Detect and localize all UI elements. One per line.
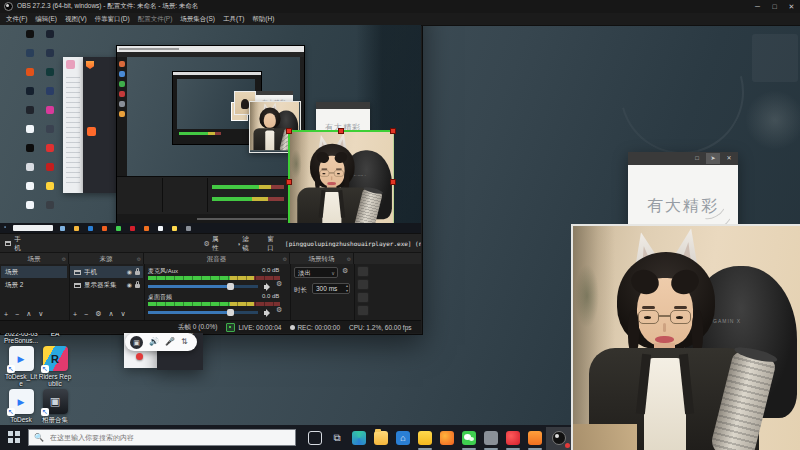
- cursor-tool-icon[interactable]: ➤: [706, 153, 720, 164]
- move-source-down-button[interactable]: [121, 310, 126, 318]
- add-source-button[interactable]: [73, 311, 77, 318]
- menu-tools[interactable]: 工具(T): [223, 15, 244, 24]
- desktop-icon-todesk-lite[interactable]: ToDesk_Lite: [4, 346, 38, 387]
- taskbar-icon-task-view[interactable]: [328, 429, 346, 447]
- slider-knob[interactable]: [227, 309, 234, 316]
- menu-docks[interactable]: 停靠窗口(D): [95, 15, 130, 24]
- overlay-panel-titlebar[interactable]: □ ➤ ✕: [628, 152, 738, 165]
- scene-item[interactable]: 场景 2: [1, 279, 67, 291]
- mini-icon: [46, 49, 54, 57]
- move-scene-down-button[interactable]: [38, 310, 43, 318]
- selected-webcam-source[interactable]: GAMIN X: [288, 130, 394, 233]
- slider-knob[interactable]: [227, 283, 234, 290]
- close-icon[interactable]: ✕: [722, 153, 736, 164]
- add-scene-button[interactable]: [4, 311, 8, 318]
- lock-icon[interactable]: [135, 271, 140, 275]
- maximize-button[interactable]: [766, 0, 783, 13]
- filters-button[interactable]: 滤镜: [237, 235, 254, 253]
- selection-handle[interactable]: [390, 128, 396, 134]
- start-button[interactable]: [8, 431, 20, 443]
- menu-scene-collection[interactable]: 场景集合(S): [180, 15, 215, 24]
- eye-right: [337, 173, 340, 174]
- move-source-up-button[interactable]: [108, 310, 113, 318]
- selection-handle[interactable]: [338, 128, 344, 134]
- duration-input[interactable]: 300 ms: [312, 283, 350, 294]
- mini-icon: [46, 201, 54, 209]
- selection-handle[interactable]: [286, 128, 292, 134]
- chair-logo-text: GAMIN X: [713, 318, 741, 324]
- channel-gear-icon[interactable]: ⚙: [276, 280, 282, 288]
- taskbar-icon-edge[interactable]: [350, 429, 368, 447]
- sliders-icon[interactable]: ⇅: [181, 333, 188, 351]
- webcam-window[interactable]: GAMIN X: [571, 224, 800, 450]
- taskbar-icon-biped[interactable]: [416, 429, 434, 447]
- control-button[interactable]: [357, 292, 369, 303]
- eyebrow-left: [642, 306, 655, 309]
- speaker-icon[interactable]: [264, 309, 272, 317]
- control-button[interactable]: [357, 279, 369, 290]
- obs-preview-canvas[interactable]: 有大精彩 有大精彩: [0, 25, 421, 233]
- taskbar-icon-wechat[interactable]: [460, 429, 478, 447]
- taskbar-icon-obs-active[interactable]: [546, 427, 572, 450]
- remove-scene-button[interactable]: [15, 311, 19, 318]
- volume-slider[interactable]: [148, 309, 258, 316]
- visibility-eye-icon[interactable]: [127, 279, 132, 291]
- mini-icon: [119, 111, 125, 117]
- dock-divider: [290, 264, 291, 320]
- biped-icon: [418, 431, 432, 445]
- control-button[interactable]: [357, 266, 369, 277]
- search-input[interactable]: [48, 433, 272, 442]
- red-app-icon: [506, 431, 520, 445]
- lock-icon[interactable]: [135, 284, 140, 288]
- transition-gear-icon[interactable]: ⚙: [342, 267, 348, 275]
- visibility-eye-icon[interactable]: [127, 266, 132, 278]
- menu-view[interactable]: 视图(V): [65, 15, 87, 24]
- taskbar-icon-firefox[interactable]: [438, 429, 456, 447]
- transition-select[interactable]: 淡出: [294, 267, 338, 278]
- source-item[interactable]: 显示器采集: [70, 279, 143, 291]
- menu-file[interactable]: 文件(F): [6, 15, 27, 24]
- source-properties-button[interactable]: [95, 310, 101, 318]
- desktop-icon-riders-republic[interactable]: Riders Republic: [38, 346, 72, 387]
- camera-button[interactable]: [130, 336, 143, 349]
- volume-slider[interactable]: [148, 283, 258, 290]
- minimize-button[interactable]: [749, 0, 766, 13]
- menu-edit[interactable]: 编辑(E): [35, 15, 57, 24]
- taskbar-icon-gray-app[interactable]: [482, 429, 500, 447]
- window-dropdown-value[interactable]: [pingguolupingzhushouairplayer.exe] (nul…: [285, 240, 421, 247]
- close-button[interactable]: [783, 0, 800, 13]
- recording-dot: [136, 353, 143, 360]
- mini-icon: [46, 125, 54, 133]
- taskbar-icon-file-explorer[interactable]: [372, 429, 390, 447]
- move-scene-up-button[interactable]: [26, 310, 31, 318]
- restore-icon[interactable]: □: [690, 153, 704, 164]
- remove-source-button[interactable]: [84, 311, 88, 318]
- selection-handle[interactable]: [390, 179, 396, 185]
- source-item[interactable]: 手机: [70, 266, 143, 278]
- taskbar-icon-cortana[interactable]: [306, 429, 324, 447]
- sources-toolbar: [73, 308, 126, 320]
- desktop-icon-photos[interactable]: 相册合集: [38, 389, 72, 423]
- rec-dot-icon: [290, 325, 295, 330]
- control-button[interactable]: [357, 305, 369, 316]
- channel-gear-icon[interactable]: ⚙: [276, 306, 282, 314]
- firefox-icon: [440, 431, 454, 445]
- taskbar-icon-orange-app[interactable]: [526, 429, 544, 447]
- obs-titlebar[interactable]: OBS 27.2.3 (64-bit, windows) - 配置文件: 未命名…: [0, 0, 800, 13]
- mini-dock-divider: [207, 178, 208, 212]
- menu-help[interactable]: 帮助(H): [252, 15, 274, 24]
- properties-button[interactable]: 属性: [204, 235, 223, 253]
- selection-handle[interactable]: [286, 179, 292, 185]
- audio-meter: [148, 302, 280, 306]
- taskbar-icon-store[interactable]: [394, 429, 412, 447]
- menu-profile[interactable]: 配置文件(P): [138, 15, 173, 24]
- microphone-icon[interactable]: 🎤: [165, 333, 175, 351]
- desktop-icon-label: Riders Republic: [38, 373, 72, 387]
- taskbar-icon-red-app[interactable]: [504, 429, 522, 447]
- desktop-icon-todesk[interactable]: ToDesk: [4, 389, 38, 423]
- speaker-icon[interactable]: 🔊: [149, 333, 159, 351]
- taskbar-search[interactable]: 🔍: [28, 429, 296, 446]
- face: [264, 113, 276, 128]
- speaker-icon[interactable]: [264, 283, 272, 291]
- scene-item[interactable]: 场景: [1, 266, 67, 278]
